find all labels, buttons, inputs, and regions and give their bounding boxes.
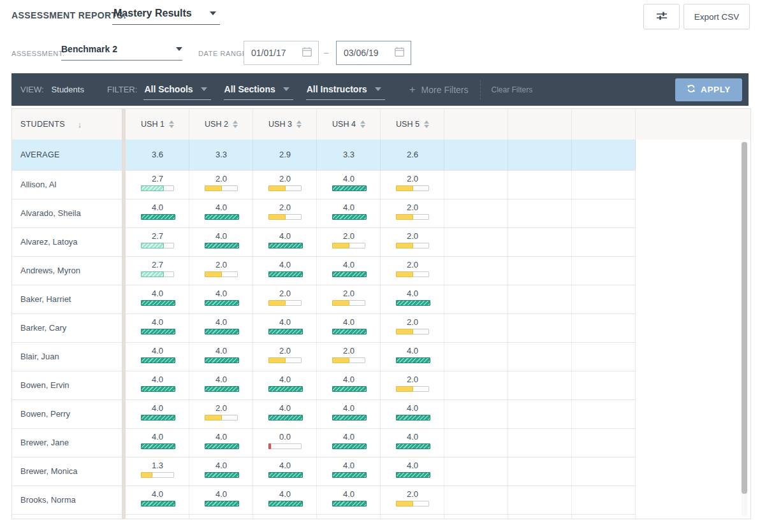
score-value: 4.0 [253,404,317,413]
chevron-down-icon [201,87,207,91]
score-cell: 0.0 [253,429,317,457]
view-value-students[interactable]: Students [52,85,84,94]
average-value: 3.6 [126,140,189,170]
display-settings-button[interactable] [643,4,680,29]
date-start-input[interactable] [244,41,319,65]
score-value: 2.0 [381,375,444,384]
score-bar [332,329,365,334]
score-value: 2.0 [381,490,444,499]
score-bar-fill-full [332,501,367,507]
grid-line [252,109,253,519]
score-value: 2.0 [253,175,317,183]
vertical-scrollbar-thumb[interactable] [742,142,747,494]
more-filters-button[interactable]: + More Filters [409,85,469,95]
clear-filters-button[interactable]: Clear Filters [492,85,533,94]
column-header-ush-4[interactable]: USH 4 [317,109,381,140]
score-bar-fill-full [396,415,430,421]
score-bar-fill-full [396,443,430,449]
score-cell: 2.0 [381,371,444,400]
score-bar-fill-full [205,243,239,248]
date-end-input[interactable] [336,41,411,65]
score-bar [205,357,238,363]
date-end-field[interactable] [344,48,388,58]
score-value: 4.0 [317,261,381,270]
score-value: 4.0 [317,404,381,413]
grid-line [635,109,636,519]
score-cell: 4.0 [126,486,189,515]
score-cell: 4.0 [381,400,444,429]
score-value: 2.0 [381,232,444,241]
score-cell: 4.0 [189,486,253,515]
assessment-dropdown[interactable]: Benchmark 2 [61,44,182,61]
date-range-separator: – [324,48,328,57]
results-table: AVERAGE 3.63.32.93.32.6 Allison, Al2.72.… [11,108,751,519]
score-bar-fill-low [396,243,413,248]
score-cell: 4.0 [126,199,189,228]
report-type-dropdown[interactable]: Mastery Results [112,6,220,25]
score-bar-fill-low [396,185,413,191]
score-bar [396,271,429,277]
score-cell: 4.0 [381,343,444,371]
score-bar-fill-full [268,271,303,277]
calendar-icon[interactable] [394,47,405,60]
score-cell: 4.0 [126,400,189,429]
student-name: Bowen, Ervin [20,371,69,399]
date-start-field[interactable] [251,48,296,58]
score-cell: 4.0 [189,228,253,257]
score-value: 4.0 [126,404,189,413]
score-cell: 4.0 [381,429,444,457]
grid-line [444,109,444,519]
refresh-icon [687,84,696,95]
score-cell: 2.0 [381,486,444,515]
calendar-icon[interactable] [302,47,312,60]
score-value: 4.0 [317,461,381,470]
score-bar-fill-full [332,214,367,220]
students-column-header[interactable]: STUDENTS ↓ [12,109,122,140]
export-csv-button[interactable]: Export CSV [683,4,750,29]
score-cell: 4.0 [253,371,317,400]
apply-button[interactable]: APPLY [675,78,742,101]
score-bar-fill-full [268,415,303,421]
score-bar [396,357,429,363]
score-bar-fill-full [396,472,430,478]
schools-filter-value: All Schools [144,84,193,94]
instructors-filter-dropdown[interactable]: All Instructors [306,84,385,100]
score-value: 4.0 [189,461,253,470]
grid-line [380,109,381,519]
score-bar [396,443,429,449]
score-bar-fill-full [205,357,239,363]
score-bar-fill-full [396,300,430,306]
column-header-ush-3[interactable]: USH 3 [253,109,317,140]
chevron-down-icon [283,87,289,91]
schools-filter-dropdown[interactable]: All Schools [143,84,210,100]
sort-down-arrow [296,125,302,128]
sort-down-arrow [233,125,238,128]
score-value: 4.0 [317,433,381,442]
column-header-ush-1[interactable]: USH 1 [126,109,189,140]
column-header-label: USH 1 [141,120,164,129]
score-bar [141,386,174,392]
score-bar [332,185,365,191]
score-cell: 2.0 [317,343,381,371]
table-row: Brewer, Jane4.04.00.04.04.0 [12,428,636,457]
score-bar [268,472,302,478]
column-header-label: USH 4 [332,120,356,129]
score-value: 4.0 [189,318,253,327]
score-cell: 4.0 [189,457,253,486]
column-header-ush-2[interactable]: USH 2 [189,109,253,140]
score-bar-fill-full [205,386,239,392]
column-header-ush-5[interactable]: USH 5 [381,109,444,140]
score-cell: 4.0 [253,486,317,515]
score-bar-fill-low [396,501,413,507]
score-bar-fill-full [141,443,175,449]
score-bar [332,357,365,363]
student-name: Brewer, Monica [20,457,78,485]
grid-line [571,109,572,519]
score-value: 4.0 [126,433,189,442]
score-value: 4.0 [189,347,253,356]
score-bar-fill-full [141,214,175,220]
sections-filter-dropdown[interactable]: All Sections [224,84,293,100]
score-bar [332,386,365,392]
grid-line [189,109,189,519]
score-bar-fill-full [205,501,239,507]
